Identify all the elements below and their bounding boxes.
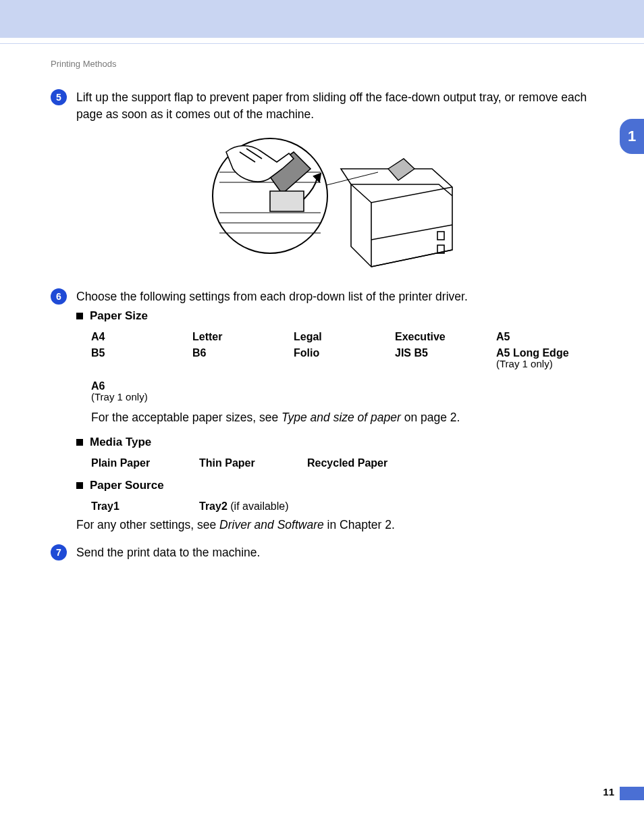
size-a6-note: (Tray 1 only) [91, 391, 192, 402]
chapter-tab: 1 [620, 119, 644, 154]
media-thin: Thin Paper [199, 457, 307, 469]
media-recycled: Recycled Paper [307, 457, 415, 469]
media-type-label: Media Type [90, 436, 151, 449]
step-6: 6 Choose the following settings from eac… [51, 288, 611, 532]
source-tray2: Tray2 (if available) [199, 500, 375, 513]
paper-size-grid: A4 Letter Legal Executive A5 B5 B6 Folio… [91, 331, 611, 402]
size-jisb5: JIS B5 [395, 347, 496, 369]
square-bullet-icon [76, 313, 83, 319]
header-bar [0, 0, 644, 38]
size-a4: A4 [91, 331, 192, 343]
size-executive: Executive [395, 331, 496, 343]
step-6-text: Choose the following settings from each … [76, 288, 611, 305]
size-a5-long-edge-note: (Tray 1 only) [496, 358, 597, 369]
size-a5: A5 [496, 331, 597, 343]
size-folio: Folio [294, 347, 395, 369]
step-number-7: 7 [51, 544, 67, 561]
paper-source-label: Paper Source [90, 479, 164, 492]
paper-source-grid: Tray1 Tray2 (if available) [91, 500, 611, 513]
size-a5-long-edge: A5 Long Edge (Tray 1 only) [496, 347, 597, 369]
step-7-text: Send the print data to the machine. [76, 544, 611, 561]
media-plain: Plain Paper [91, 457, 199, 469]
header-rule [0, 43, 644, 44]
square-bullet-icon [76, 439, 83, 446]
closing-b: in Chapter 2. [324, 518, 395, 531]
step-number-6: 6 [51, 288, 67, 305]
page-number: 11 [603, 786, 614, 798]
paper-size-footer-link[interactable]: Type and size of paper [281, 411, 401, 424]
source-tray2-label: Tray2 [199, 500, 227, 512]
paper-size-footer: For the acceptable paper sizes, see Type… [91, 411, 611, 425]
size-a6: A6 (Tray 1 only) [91, 380, 192, 402]
size-b5: B5 [91, 347, 192, 369]
media-type-heading: Media Type [76, 436, 611, 449]
paper-size-footer-b: on page 2. [401, 411, 460, 424]
paper-size-label: Paper Size [90, 309, 148, 323]
size-letter: Letter [192, 331, 294, 343]
media-type-grid: Plain Paper Thin Paper Recycled Paper [91, 457, 611, 469]
step-5-text: Lift up the support flap to prevent pape… [76, 89, 611, 124]
source-tray2-note: (if available) [227, 500, 289, 512]
step-number-5: 5 [51, 89, 67, 105]
size-legal: Legal [294, 331, 395, 343]
square-bullet-icon [76, 482, 83, 489]
closing-a: For any other settings, see [76, 518, 219, 531]
breadcrumb: Printing Methods [51, 59, 117, 69]
paper-size-footer-a: For the acceptable paper sizes, see [91, 411, 281, 424]
paper-source-heading: Paper Source [76, 479, 611, 492]
size-b6: B6 [192, 347, 294, 369]
paper-size-heading: Paper Size [76, 309, 611, 323]
source-tray1: Tray1 [91, 500, 199, 513]
closing-link[interactable]: Driver and Software [219, 518, 324, 531]
page-corner-mark [620, 787, 644, 800]
support-flap-figure [51, 132, 611, 276]
step-5: 5 Lift up the support flap to prevent pa… [51, 89, 611, 276]
step-6-closing: For any other settings, see Driver and S… [76, 518, 611, 532]
step-7: 7 Send the print data to the machine. [51, 544, 611, 561]
